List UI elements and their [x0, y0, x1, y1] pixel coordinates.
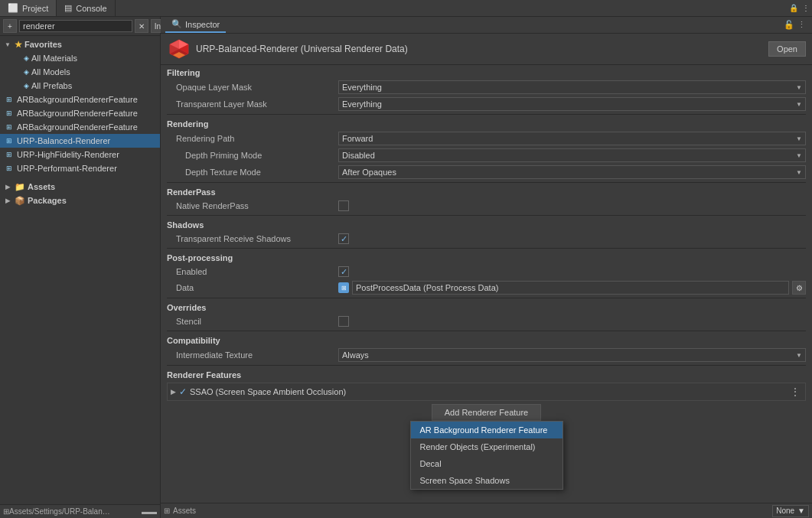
- divider-7: [167, 365, 806, 366]
- pp-data-field[interactable]: PostProcessData (Post Process Data): [352, 281, 789, 295]
- urp-hifi-label: URP-HighFidelity-Renderer: [17, 150, 119, 159]
- bottom-none-dropdown[interactable]: None ▼: [772, 505, 809, 517]
- top-tabs-bar: ⬜ Project ▤ Console 🔒 ⋮: [0, 0, 812, 17]
- search-input[interactable]: [19, 20, 132, 32]
- ssao-menu-icon[interactable]: ⋮: [788, 385, 802, 399]
- stencil-checkbox[interactable]: [338, 316, 349, 327]
- assets-expand-icon: ▶: [3, 182, 12, 191]
- opaque-mask-dropdown[interactable]: Everything ▼: [338, 80, 806, 94]
- add-renderer-btn-row: Add Renderer Feature AR Background Rende…: [167, 401, 806, 424]
- unity-cube-icon: [167, 37, 191, 61]
- screen-space-shadows-item[interactable]: Screen Space Shadows: [411, 472, 563, 489]
- transparent-receive-label: Transparent Receive Shadows: [167, 234, 335, 243]
- rendering-path-row: Rendering Path Forward ▼: [161, 130, 812, 147]
- urp-performant-item[interactable]: ⊞ URP-Performant-Renderer: [0, 161, 160, 175]
- ar-feature-2[interactable]: ⊞ ARBackgroundRendererFeature: [0, 106, 160, 120]
- sidebar-tree: ▼ ★ Favorites ◈ All Materials ◈ All Mode…: [0, 36, 160, 504]
- ar2-label: ARBackgroundRendererFeature: [17, 109, 138, 118]
- rendering-path-label: Rendering Path: [167, 134, 335, 143]
- transparent-receive-checkbox[interactable]: [338, 233, 349, 244]
- depth-priming-value: Disabled ▼: [338, 148, 806, 162]
- all-models-item[interactable]: ◈ All Models: [0, 65, 160, 79]
- balanced-icon: ⊞: [6, 137, 12, 145]
- urp-performant-label: URP-Performant-Renderer: [17, 164, 117, 173]
- console-tab[interactable]: ▤ Console: [57, 0, 115, 16]
- project-tab[interactable]: ⬜ Project: [0, 0, 57, 16]
- decal-item[interactable]: Decal: [411, 455, 563, 472]
- ar-feature-3[interactable]: ⊞ ARBackgroundRendererFeature: [0, 120, 160, 134]
- progress-dots: ▬▬: [142, 507, 157, 516]
- filtering-label: Filtering: [161, 65, 812, 79]
- intermediate-texture-dropdown[interactable]: Always ▼: [338, 348, 806, 362]
- all-materials-label: All Materials: [31, 54, 77, 63]
- transparent-mask-label: Transparent Layer Mask: [167, 99, 335, 109]
- ssao-row: ▶ ✓ SSAO (Screen Space Ambient Occlusion…: [167, 383, 806, 401]
- ar-background-item[interactable]: AR Background Renderer Feature: [411, 422, 563, 438]
- inspector-header: 🔍 Inspector 🔓 ⋮: [161, 17, 812, 34]
- assets-folder[interactable]: ▶ 📁 Assets: [0, 180, 160, 194]
- favorites-star-icon: ★: [15, 40, 22, 50]
- depth-priming-dropdown[interactable]: Disabled ▼: [338, 148, 806, 162]
- ar3-icon: ⊞: [6, 123, 12, 131]
- all-prefabs-item[interactable]: ◈ All Prefabs: [0, 79, 160, 93]
- renderer-features-label: Renderer Features: [167, 370, 806, 380]
- add-renderer-feature-button[interactable]: Add Renderer Feature: [432, 404, 541, 421]
- pp-data-value: ⊞ PostProcessData (Post Process Data) ⚙: [338, 281, 806, 295]
- compatibility-label: Compatibility: [161, 333, 812, 347]
- packages-folder[interactable]: ▶ 📦 Packages: [0, 194, 160, 207]
- pp-enabled-label: Enabled: [167, 267, 335, 276]
- assets-folder-label: Assets: [28, 182, 55, 191]
- divider-6: [167, 331, 806, 331]
- add-btn[interactable]: +: [3, 19, 17, 33]
- ar3-label: ARBackgroundRendererFeature: [17, 122, 138, 132]
- pp-data-settings-btn[interactable]: ⚙: [792, 281, 806, 295]
- ar-feature-1[interactable]: ⊞ ARBackgroundRendererFeature: [0, 93, 160, 106]
- bottom-none-label: None: [776, 507, 794, 515]
- render-objects-item[interactable]: Render Objects (Experimental): [411, 438, 563, 455]
- spacer: [12, 54, 21, 63]
- pp-enabled-checkbox[interactable]: [338, 266, 349, 277]
- urp-balanced-item[interactable]: ⊞ URP-Balanced-Renderer: [0, 134, 160, 148]
- ar2-icon: ⊞: [6, 109, 12, 117]
- favorites-header[interactable]: ▼ ★ Favorites: [0, 37, 160, 51]
- intermediate-texture-value: Always ▼: [338, 348, 806, 362]
- perf-icon: ⊞: [6, 165, 12, 172]
- ssao-expand-icon[interactable]: ▶: [171, 388, 176, 396]
- all-models-label: All Models: [31, 67, 70, 77]
- inspector-title: URP-Balanced-Renderer (Universal Rendere…: [196, 44, 764, 54]
- more-options-icon[interactable]: ⋮: [800, 2, 812, 15]
- depth-texture-dropdown[interactable]: After Opaques ▼: [338, 165, 806, 179]
- clear-search-btn[interactable]: ✕: [135, 19, 148, 33]
- lock-inspector-icon[interactable]: 🔓: [783, 19, 795, 31]
- inspector-tab-label: Inspector: [185, 20, 220, 29]
- pp-data-text: PostProcessData (Post Process Data): [356, 283, 498, 292]
- prefabs-icon: ◈: [24, 82, 29, 90]
- native-renderpass-checkbox[interactable]: [338, 200, 349, 211]
- intermediate-texture-label: Intermediate Texture: [167, 350, 335, 360]
- packages-folder-icon: 📦: [15, 196, 25, 206]
- inspector-tab[interactable]: 🔍 Inspector: [165, 17, 226, 33]
- inspector-more-icon[interactable]: ⋮: [795, 19, 807, 31]
- overrides-section: Overrides Stencil: [161, 300, 812, 329]
- spacer3: [12, 81, 21, 90]
- packages-expand-icon: ▶: [3, 196, 12, 205]
- transparent-mask-value: Everything ▼: [338, 97, 806, 111]
- urp-balanced-label: URP-Balanced-Renderer: [17, 136, 110, 145]
- transparent-mask-text: Everything: [342, 99, 382, 109]
- depth-priming-text: Disabled: [342, 151, 375, 160]
- divider-1: [167, 114, 806, 115]
- renderer-features-section: Renderer Features ▶ ✓ SSAO (Screen Space…: [161, 367, 812, 427]
- opaque-mask-value: Everything ▼: [338, 80, 806, 94]
- all-materials-item[interactable]: ◈ All Materials: [0, 51, 160, 65]
- lock-icon[interactable]: 🔒: [788, 2, 800, 15]
- transparent-mask-dropdown[interactable]: Everything ▼: [338, 97, 806, 111]
- rendering-path-text: Forward: [342, 134, 373, 143]
- packages-folder-label: Packages: [28, 196, 67, 205]
- opaque-mask-text: Everything: [342, 83, 382, 92]
- urp-highfidelity-item[interactable]: ⊞ URP-HighFidelity-Renderer: [0, 148, 160, 161]
- ar1-label: ARBackgroundRendererFeature: [17, 95, 138, 104]
- shadows-section: Shadows Transparent Receive Shadows: [161, 217, 812, 246]
- rendering-path-dropdown[interactable]: Forward ▼: [338, 132, 806, 145]
- open-button[interactable]: Open: [768, 41, 806, 57]
- divider-3: [167, 215, 806, 216]
